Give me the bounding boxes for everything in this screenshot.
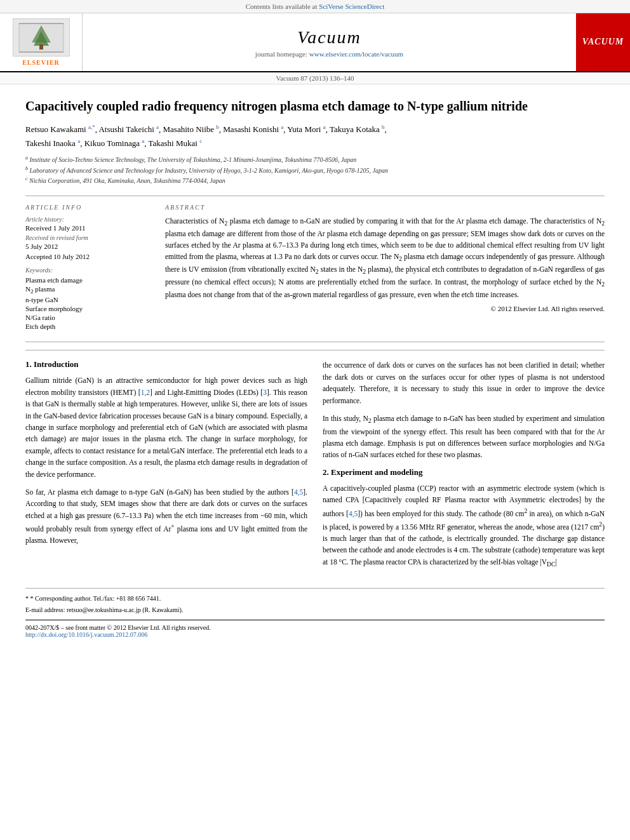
footer-bar: 0042-207X/$ – see front matter © 2012 El… bbox=[25, 620, 605, 638]
email-label: E-mail address: bbox=[25, 606, 67, 613]
elsevier-logo-section: ELSEVIER bbox=[0, 13, 83, 71]
elsevier-tree-icon bbox=[13, 18, 70, 57]
intro-p2: So far, Ar plasma etch damage to n-type … bbox=[25, 486, 307, 547]
article-info-col: ARTICLE INFO Article history: Received 1… bbox=[25, 204, 152, 331]
divider-2 bbox=[25, 342, 605, 342]
received-date: Received 1 July 2011 bbox=[25, 224, 152, 232]
vacuum-badge-text: VACUUM bbox=[579, 30, 627, 54]
keyword-6: Etch depth bbox=[25, 323, 152, 330]
keyword-2: N2 plasma bbox=[25, 285, 152, 295]
abstract-col: ABSTRACT Characteristics of N2 plasma et… bbox=[165, 204, 605, 331]
journal-badge: VACUUM bbox=[576, 13, 630, 71]
svg-rect-3 bbox=[39, 44, 43, 50]
body-col-left: 1. Introduction Gallium nitride (GaN) is… bbox=[25, 359, 307, 575]
authors-line: Retsuo Kawakami a,*, Atsushi Takeichi a,… bbox=[25, 123, 605, 150]
info-abstract-section: ARTICLE INFO Article history: Received 1… bbox=[25, 204, 605, 331]
keyword-3: n-type GaN bbox=[25, 296, 152, 303]
main-content: Capacitively coupled radio frequency nit… bbox=[0, 84, 630, 651]
ref-3[interactable]: 3 bbox=[263, 389, 267, 396]
journal-center: Vacuum journal homepage: www.elsevier.co… bbox=[83, 13, 576, 71]
body-columns: 1. Introduction Gallium nitride (GaN) is… bbox=[25, 359, 605, 575]
history-label: Article history: bbox=[25, 216, 152, 223]
issn-line: 0042-207X/$ – see front matter © 2012 El… bbox=[25, 624, 605, 631]
section2-heading: 2. Experiment and modeling bbox=[323, 467, 605, 477]
doi-link[interactable]: http://dx.doi.org/10.1016/j.vacuum.2012.… bbox=[25, 631, 147, 638]
issue-info: Vacuum 87 (2013) 136–140 bbox=[276, 74, 354, 82]
revised-date: 5 July 2012 bbox=[25, 243, 152, 250]
footer: * * Corresponding author. Tel./fax: +81 … bbox=[25, 588, 605, 638]
accepted-date: Accepted 10 July 2012 bbox=[25, 253, 152, 260]
contents-text: Contents lists available at bbox=[246, 3, 319, 10]
affiliations: a Institute of Socio-Techno Science Tech… bbox=[25, 154, 605, 185]
abstract-heading: ABSTRACT bbox=[165, 204, 605, 211]
divider-1 bbox=[25, 196, 605, 196]
article-title: Capacitively coupled radio frequency nit… bbox=[25, 97, 605, 115]
doi-line: http://dx.doi.org/10.1016/j.vacuum.2012.… bbox=[25, 631, 605, 638]
homepage-label: journal homepage: bbox=[255, 50, 309, 58]
ref-45b[interactable]: 4,5 bbox=[349, 509, 358, 517]
intro-heading: 1. Introduction bbox=[25, 359, 307, 370]
email-link[interactable]: retsuo@ee.tokushima-u.ac.jp bbox=[67, 606, 141, 613]
email-suffix: (R. Kawakami). bbox=[141, 606, 184, 613]
journal-homepage: journal homepage: www.elsevier.com/locat… bbox=[255, 50, 403, 58]
right-p3: A capacitively-coupled plasma (CCP) reac… bbox=[323, 483, 605, 570]
copyright-line: © 2012 Elsevier Ltd. All rights reserved… bbox=[165, 305, 605, 312]
elsevier-logo: ELSEVIER bbox=[13, 18, 70, 66]
affil-b: Laboratory of Advanced Science and Techn… bbox=[30, 167, 388, 174]
right-p2: In this study, N2 plasma etch damage to … bbox=[323, 413, 605, 461]
keyword-5: N/Ga ratio bbox=[25, 314, 152, 321]
top-bar: Contents lists available at SciVerse Sci… bbox=[0, 0, 630, 13]
ref-1[interactable]: 1,2 bbox=[141, 389, 150, 396]
body-col-right: the occurrence of dark dots or curves on… bbox=[323, 359, 605, 575]
footnote-1: * * Corresponding author. Tel./fax: +81 … bbox=[25, 594, 605, 603]
affil-c: Nichia Corporation, 491 Oka, Kaminaka, A… bbox=[29, 177, 225, 184]
keywords-label: Keywords: bbox=[25, 267, 152, 274]
article-info-heading: ARTICLE INFO bbox=[25, 204, 152, 211]
keywords-section: Keywords: Plasma etch damage N2 plasma n… bbox=[25, 267, 152, 330]
abstract-text: Characteristics of N2 plasma etch damage… bbox=[165, 216, 605, 301]
footnote-email: E-mail address: retsuo@ee.tokushima-u.ac… bbox=[25, 605, 605, 615]
journal-title: Vacuum bbox=[297, 27, 361, 48]
journal-header: ELSEVIER Vacuum journal homepage: www.el… bbox=[0, 13, 630, 72]
affil-a: Institute of Socio-Techno Science Techno… bbox=[30, 157, 357, 164]
ref-45[interactable]: 4,5 bbox=[294, 488, 303, 496]
sciverse-link[interactable]: SciVerse ScienceDirect bbox=[319, 3, 384, 10]
body-section: 1. Introduction Gallium nitride (GaN) is… bbox=[25, 350, 605, 575]
homepage-link[interactable]: www.elsevier.com/locate/vacuum bbox=[309, 50, 403, 58]
revised-label: Received in revised form bbox=[25, 234, 152, 241]
intro-p1: Gallium nitride (GaN) is an attractive s… bbox=[25, 375, 307, 480]
elsevier-wordmark: ELSEVIER bbox=[22, 59, 60, 66]
keyword-1: Plasma etch damage bbox=[25, 276, 152, 284]
corresponding-author-note: * Corresponding author. Tel./fax: +81 88… bbox=[30, 595, 161, 602]
keyword-4: Surface morphology bbox=[25, 305, 152, 312]
right-p1: the occurrence of dark dots or curves on… bbox=[323, 359, 605, 406]
